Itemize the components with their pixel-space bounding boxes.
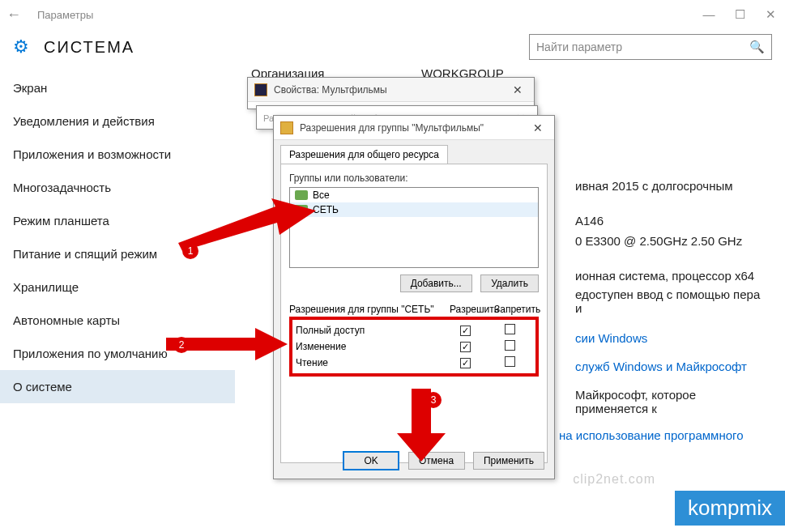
watermark-clipnet: clip2net.com bbox=[573, 472, 655, 487]
window-controls: — ☐ ✕ bbox=[701, 7, 779, 22]
maximize-button[interactable]: ☐ bbox=[732, 7, 748, 22]
add-button[interactable]: Добавить... bbox=[400, 275, 472, 292]
folder-icon bbox=[280, 121, 293, 134]
groups-label: Группы или пользователи: bbox=[289, 172, 539, 184]
list-item-label: СЕТЬ bbox=[313, 204, 339, 215]
deny-checkbox[interactable] bbox=[505, 356, 515, 367]
sidebar-item-display[interactable]: Экран bbox=[0, 71, 235, 104]
perm-row-change: Изменение ✓ bbox=[296, 338, 532, 355]
svg-marker-0 bbox=[178, 198, 316, 251]
close-icon[interactable]: ✕ bbox=[528, 121, 548, 134]
dialog-properties: Свойства: Мультфильмы ✕ bbox=[247, 77, 535, 109]
close-button[interactable]: ✕ bbox=[762, 7, 779, 22]
dialog-properties-title: Свойства: Мультфильмы bbox=[274, 84, 508, 96]
cpu-tail: 0 E3300 @ 2.50GHz 2.50 GHz bbox=[575, 234, 769, 248]
sidebar-item-notifications[interactable]: Уведомления и действия bbox=[0, 104, 235, 138]
groups-listbox[interactable]: Все СЕТЬ bbox=[289, 187, 539, 268]
dialog-icon bbox=[254, 83, 267, 96]
list-item[interactable]: СЕТЬ bbox=[290, 202, 538, 217]
edition-tail: ивная 2015 с долгосрочным bbox=[575, 179, 769, 193]
annotation-badge-2: 2 bbox=[173, 337, 190, 353]
deny-header: Запретить bbox=[494, 304, 539, 315]
search-icon: 🔍 bbox=[749, 40, 765, 54]
annotation-badge-3: 3 bbox=[425, 392, 442, 408]
annotation-badge-1: 1 bbox=[182, 243, 198, 259]
window-titlebar: ← Параметры — ☐ ✕ bbox=[0, 0, 785, 29]
code-tail: A146 bbox=[575, 214, 769, 228]
link-windows[interactable]: сии Windows bbox=[575, 331, 769, 345]
pen-tail: едоступен ввод с помощью пера и bbox=[575, 287, 769, 315]
delete-button[interactable]: Удалить bbox=[480, 275, 539, 292]
watermark-kompmix: kompmix bbox=[675, 491, 785, 526]
close-icon[interactable]: ✕ bbox=[508, 83, 527, 96]
allow-header: Разрешить bbox=[450, 304, 494, 315]
window-title: Параметры bbox=[31, 9, 701, 21]
search-input[interactable]: Найти параметр 🔍 bbox=[529, 34, 772, 60]
dialog-permissions-title: Разрешения для группы "Мультфильмы" bbox=[300, 122, 528, 134]
perm-name: Полный доступ bbox=[296, 325, 443, 336]
ok-button[interactable]: OK bbox=[343, 451, 399, 470]
deny-checkbox[interactable] bbox=[505, 324, 515, 334]
sidebar-item-storage[interactable]: Хранилище bbox=[0, 270, 235, 304]
annotation-arrow-1 bbox=[178, 198, 316, 255]
perm-name: Чтение bbox=[296, 357, 443, 368]
permissions-highlight: Полный доступ ✓ Изменение ✓ Чтение ✓ bbox=[289, 317, 539, 377]
perm-row-read: Чтение ✓ bbox=[296, 355, 532, 371]
perm-row-full: Полный доступ ✓ bbox=[296, 322, 532, 338]
deny-checkbox[interactable] bbox=[505, 340, 515, 351]
minimize-button[interactable]: — bbox=[701, 7, 717, 22]
allow-checkbox[interactable]: ✓ bbox=[460, 342, 471, 352]
tab-share-permissions[interactable]: Разрешения для общего ресурса bbox=[280, 145, 448, 164]
ms-tail: Майкрософт, которое применяется к bbox=[575, 388, 769, 415]
page-header: ⚙ СИСТЕМА Найти параметр 🔍 bbox=[0, 29, 785, 71]
sidebar: Экран Уведомления и действия Приложения … bbox=[0, 71, 235, 530]
list-item[interactable]: Все bbox=[290, 188, 538, 202]
apply-button[interactable]: Применить bbox=[473, 452, 544, 470]
perm-name: Изменение bbox=[296, 341, 443, 352]
gear-icon: ⚙ bbox=[13, 36, 29, 57]
search-placeholder: Найти параметр bbox=[536, 40, 749, 53]
link-services[interactable]: служб Windows и Майкрософт bbox=[575, 360, 769, 373]
sidebar-item-apps[interactable]: Приложения и возможности bbox=[0, 138, 235, 171]
allow-checkbox[interactable]: ✓ bbox=[460, 326, 471, 336]
sys-tail: ионная система, процессор x64 bbox=[575, 269, 769, 283]
allow-checkbox[interactable]: ✓ bbox=[460, 358, 471, 368]
sidebar-item-about[interactable]: О системе bbox=[0, 370, 235, 403]
permissions-label: Разрешения для группы "СЕТЬ" bbox=[289, 304, 450, 315]
back-icon[interactable]: ← bbox=[6, 6, 31, 23]
page-title: СИСТЕМА bbox=[44, 38, 134, 57]
